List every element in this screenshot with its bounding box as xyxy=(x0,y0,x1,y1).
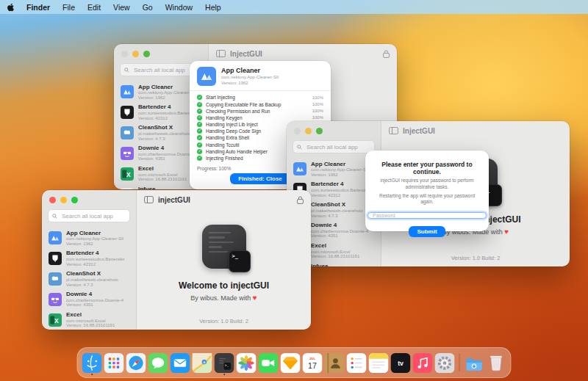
minimize-button[interactable] xyxy=(132,51,139,57)
step-check-icon xyxy=(197,115,202,120)
dock-item-launchpad[interactable] xyxy=(104,353,124,373)
minimize-button[interactable] xyxy=(305,128,312,134)
app-name: Downie 4 xyxy=(311,222,368,228)
step-label: Checking Permission and Run xyxy=(206,109,270,114)
step-check-icon xyxy=(197,128,202,134)
zoom-button[interactable] xyxy=(71,197,78,203)
dock-item-mail[interactable] xyxy=(171,353,190,373)
apple-menu[interactable] xyxy=(7,3,14,12)
traffic-lights xyxy=(114,44,208,60)
dock-item-calendar[interactable]: JUL17 xyxy=(303,353,323,373)
dialog-app-version: Version: 1962 xyxy=(221,81,279,87)
step-check-icon xyxy=(197,142,202,148)
app-info: Bartender 4com.surteesstudios.BartenderV… xyxy=(138,104,197,120)
window-title-bar[interactable]: injectGUI xyxy=(137,190,311,209)
step-label: Copying Executable File as Backup xyxy=(206,102,281,107)
finished-close-button[interactable]: Finished: Close xyxy=(230,173,290,184)
dock-item-facetime[interactable] xyxy=(259,353,279,373)
app-bundle-id: com.charliemonroe.Downie-4 xyxy=(311,229,368,234)
menu-item-finder[interactable]: Finder xyxy=(26,3,50,12)
app-version: Version: 1962 xyxy=(66,242,123,247)
step-label: Injecting Finished xyxy=(206,156,243,161)
lock-icon[interactable] xyxy=(297,196,304,204)
lock-icon[interactable] xyxy=(383,50,390,58)
injection-step: Start Injecting100% xyxy=(197,94,323,101)
close-button[interactable] xyxy=(121,51,128,57)
appcleaner-app-icon xyxy=(121,85,134,98)
sidebar-toggle-icon[interactable] xyxy=(389,127,398,134)
step-label: Handling Keygen xyxy=(206,115,243,120)
app-info: Infusecom.firecore.infuseVersion: 7.7.47… xyxy=(138,186,176,189)
dock-item-trash[interactable] xyxy=(487,353,506,373)
step-check-icon xyxy=(197,135,202,140)
dock-item-downloads[interactable] xyxy=(465,353,484,373)
heart-icon: ♥ xyxy=(504,228,509,236)
step-check-icon xyxy=(197,102,202,107)
zoom-button[interactable] xyxy=(143,51,150,57)
app-list-item[interactable]: CleanShot Xpl.maketheweb.cleanshotxVersi… xyxy=(46,269,132,289)
dock-item-reminders[interactable] xyxy=(347,353,367,373)
dock-item-contacts[interactable] xyxy=(325,353,345,373)
dock-item-finder[interactable] xyxy=(82,353,102,373)
app-list-item[interactable]: XExcelcom.microsoft.ExcelVersion: 16.88.… xyxy=(46,310,132,330)
zoom-button[interactable] xyxy=(316,128,323,134)
step-check-icon xyxy=(197,95,202,100)
submit-button[interactable]: Submit xyxy=(409,226,445,237)
close-button[interactable] xyxy=(49,197,56,203)
app-info: Infusecom.firecore.infuseVersion: 7.7.47… xyxy=(311,263,348,266)
app-version: Version: 16.88.23101191 xyxy=(66,323,115,328)
app-list-item[interactable]: App Cleanercom.nektony.App-Cleaner-SIIVe… xyxy=(46,228,132,248)
injection-step: Checking Permission and Run100% xyxy=(197,108,323,115)
app-info: CleanShot Xpl.maketheweb.cleanshotxVersi… xyxy=(66,270,118,287)
search-input[interactable] xyxy=(60,212,126,220)
dock-item-settings[interactable] xyxy=(435,353,455,373)
search-field[interactable] xyxy=(293,140,375,153)
dock-item-music[interactable] xyxy=(413,353,433,373)
menu-item-file[interactable]: File xyxy=(62,3,75,12)
password-dialog-title: Please enter your password to continue. xyxy=(373,161,481,175)
app-name: Excel xyxy=(138,165,187,172)
app-list-item[interactable]: Bartender 4com.surteesstudios.BartenderV… xyxy=(46,248,132,269)
search-input[interactable] xyxy=(132,66,198,74)
minimize-button[interactable] xyxy=(60,197,67,203)
dock-item-safari[interactable] xyxy=(126,353,146,373)
sidebar-toggle-icon[interactable] xyxy=(216,50,226,57)
app-bundle-id: com.charliemonroe.Downie-4 xyxy=(138,152,196,157)
step-label: Start Injecting xyxy=(206,95,235,100)
menu-item-go[interactable]: Go xyxy=(143,3,153,12)
dock-item-notes[interactable] xyxy=(369,353,389,373)
dock-item-injectgui[interactable]: >_ xyxy=(215,353,234,373)
menu-item-edit[interactable]: Edit xyxy=(87,3,101,12)
cleanshot-app-icon xyxy=(49,272,62,286)
injection-dialog-header: App Cleaner com.nektony.App-Cleaner-SII … xyxy=(190,61,331,91)
app-info: Downie 4com.charliemonroe.Downie-4Versio… xyxy=(66,291,123,308)
menu-item-view[interactable]: View xyxy=(113,3,130,12)
app-version: Version: 4351 xyxy=(66,302,123,308)
app-info: App Cleanercom.nektony.App-Cleaner-SIIVe… xyxy=(66,230,123,247)
close-button[interactable] xyxy=(294,128,301,134)
search-field[interactable] xyxy=(48,209,130,222)
app-info: Downie 4com.charliemonroe.Downie-4Versio… xyxy=(311,222,368,239)
app-info: App Cleanercom.nektony.App-Cleaner-SIIVe… xyxy=(311,161,368,178)
password-dialog-line2: Restarting the app will require your pas… xyxy=(373,193,481,206)
window-title-bar[interactable]: InjectGUI xyxy=(381,121,570,140)
dock-item-photos[interactable] xyxy=(237,353,257,373)
app-cleaner-icon xyxy=(197,67,216,86)
search-icon xyxy=(124,68,129,73)
app-name: CleanShot X xyxy=(138,124,190,131)
dock-item-tv[interactable]: tv xyxy=(391,353,411,373)
window-injectgui-front: App Cleanercom.nektony.App-Cleaner-SIIVe… xyxy=(42,190,311,330)
app-list-item[interactable]: Downie 4com.charliemonroe.Downie-4Versio… xyxy=(46,289,132,310)
dock-item-maps[interactable]: A xyxy=(193,353,212,373)
dock-item-sketch[interactable] xyxy=(281,353,301,373)
sidebar-toggle-icon[interactable] xyxy=(144,196,154,203)
password-input[interactable] xyxy=(368,212,487,219)
menu-item-window[interactable]: Window xyxy=(165,3,193,12)
dock-item-messages[interactable] xyxy=(148,353,168,373)
app-list-item[interactable]: App Cleanercom.nektony.App-Cleaner-SIIVe… xyxy=(291,159,376,179)
menu-item-help[interactable]: Help xyxy=(205,3,221,12)
step-label: Handling Auto Handle Helper xyxy=(206,149,268,154)
search-input[interactable] xyxy=(305,143,370,151)
svg-text:X: X xyxy=(126,170,131,178)
password-dialog: Please enter your password to continue. … xyxy=(365,150,489,231)
